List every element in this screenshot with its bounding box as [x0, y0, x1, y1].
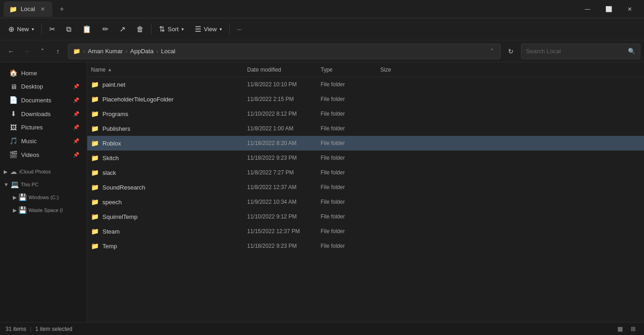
file-name-cell: 📁 Programs: [91, 110, 247, 117]
icloud-label: iCloud Photos: [19, 169, 51, 174]
search-input[interactable]: [526, 48, 625, 55]
folder-icon: 📁: [91, 169, 99, 176]
new-tab-button[interactable]: +: [56, 3, 68, 15]
file-date: 11/10/2022 8:12 PM: [247, 111, 321, 117]
share-button[interactable]: ↗: [115, 22, 130, 36]
file-type: File folder: [321, 111, 380, 117]
table-row[interactable]: 📁 PlaceholderTileLogoFolder 11/8/2022 2:…: [87, 92, 644, 106]
folder-icon: 📁: [91, 81, 99, 88]
breadcrumb-folder-icon: 📁: [73, 48, 80, 55]
sidebar-pictures-label: Pictures: [21, 124, 69, 131]
forward-button[interactable]: →: [19, 44, 34, 59]
tiles-view-button[interactable]: ⊞: [627, 324, 638, 335]
sidebar-item-documents[interactable]: 📄 Documents 📌: [2, 94, 85, 106]
search-icon: 🔍: [628, 48, 635, 55]
windowsc-icon: 💾: [18, 193, 27, 201]
table-row[interactable]: 📁 Skitch 11/18/2022 9:23 PM File folder: [87, 151, 644, 165]
expand-button[interactable]: ˅: [35, 44, 50, 59]
waste-label: Waste Space (I: [28, 207, 63, 213]
thispc-label: This PC: [21, 182, 39, 187]
active-tab[interactable]: 📁 Local ✕: [4, 1, 52, 17]
file-date: 11/15/2022 12:37 PM: [247, 228, 321, 234]
minimize-button[interactable]: —: [577, 2, 598, 17]
file-name: speech: [102, 199, 122, 206]
documents-icon: 📄: [9, 96, 17, 104]
table-row[interactable]: 📁 Publishers 11/8/2022 1:00 AM File fold…: [87, 121, 644, 136]
sidebar-item-videos[interactable]: 🎬 Videos 📌: [2, 148, 85, 161]
sidebar-item-home[interactable]: 🏠 Home: [2, 67, 85, 79]
table-row[interactable]: 📁 Roblox 11/18/2022 8:20 AM File folder: [87, 136, 644, 151]
sidebar-item-desktop[interactable]: 🖥 Desktop 📌: [2, 80, 85, 93]
paste-button[interactable]: 📋: [78, 22, 96, 36]
more-button[interactable]: ···: [232, 23, 247, 35]
column-header-type[interactable]: Type: [321, 67, 380, 73]
details-view-button[interactable]: ▦: [615, 324, 626, 335]
column-header-name[interactable]: Name ▲: [91, 67, 247, 73]
file-name: SquirrelTemp: [102, 213, 138, 220]
file-name: Programs: [102, 111, 128, 117]
breadcrumb-bar[interactable]: 📁 › Aman Kumar › AppData › Local ˅: [68, 44, 501, 59]
sidebar-expand-waste[interactable]: ▶ 💾 Waste Space (I: [0, 204, 87, 217]
breadcrumb-aman-kumar[interactable]: Aman Kumar: [88, 48, 123, 55]
sidebar-home-label: Home: [21, 70, 79, 77]
search-box: 🔍: [521, 44, 640, 59]
rename-icon: ✏: [102, 25, 108, 34]
folder-icon: 📁: [91, 198, 99, 206]
file-date: 11/8/2022 1:00 AM: [247, 125, 321, 132]
breadcrumb-dropdown[interactable]: ˅: [489, 48, 496, 55]
sort-button[interactable]: ⇅ Sort ▾: [154, 22, 188, 36]
file-area: Name ▲ Date modified Type Size 📁 paint.n…: [87, 62, 644, 322]
file-date: 11/18/2022 9:23 PM: [247, 243, 321, 249]
copy-button[interactable]: ⧉: [62, 22, 76, 36]
back-button[interactable]: ←: [4, 44, 18, 59]
file-name: SoundResearch: [102, 184, 145, 191]
file-name-cell: 📁 Temp: [91, 242, 247, 250]
refresh-button[interactable]: ↻: [503, 44, 518, 59]
sidebar-expand-thispc[interactable]: ▼ 💻 This PC: [0, 178, 87, 191]
breadcrumb-local[interactable]: Local: [161, 48, 175, 55]
tab-label: Local: [21, 6, 35, 12]
view-button[interactable]: ☰ View ▾: [190, 22, 226, 36]
delete-button[interactable]: 🗑: [132, 22, 148, 36]
folder-icon: 📁: [91, 125, 99, 132]
selected-count: 1 item selected: [35, 326, 73, 332]
delete-icon: 🗑: [136, 25, 144, 34]
table-row[interactable]: 📁 paint.net 11/8/2022 10:10 PM File fold…: [87, 77, 644, 92]
sidebar-item-music[interactable]: 🎵 Music 📌: [2, 134, 85, 147]
window-controls: — ⬜ ✕: [577, 2, 640, 17]
file-name: PlaceholderTileLogoFolder: [102, 96, 174, 103]
tab-close-button[interactable]: ✕: [39, 5, 47, 13]
table-row[interactable]: 📁 SquirrelTemp 11/10/2022 9:12 PM File f…: [87, 209, 644, 224]
column-header-date[interactable]: Date modified: [247, 67, 321, 73]
table-row[interactable]: 📁 slack 11/8/2022 7:27 PM File folder: [87, 165, 644, 180]
sidebar-downloads-label: Downloads: [21, 111, 69, 117]
table-row[interactable]: 📁 SoundResearch 11/8/2022 12:37 AM File …: [87, 180, 644, 195]
folder-icon: 📁: [91, 213, 99, 220]
file-date: 11/8/2022 2:15 PM: [247, 96, 321, 102]
table-row[interactable]: 📁 Programs 11/10/2022 8:12 PM File folde…: [87, 106, 644, 121]
table-row[interactable]: 📁 Temp 11/18/2022 9:23 PM File folder: [87, 239, 644, 253]
table-row[interactable]: 📁 Steam 11/15/2022 12:37 PM File folder: [87, 224, 644, 239]
maximize-button[interactable]: ⬜: [598, 2, 619, 17]
file-list-header: Name ▲ Date modified Type Size: [87, 62, 644, 77]
breadcrumb-appdata[interactable]: AppData: [130, 48, 154, 55]
rename-button[interactable]: ✏: [98, 22, 113, 36]
close-button[interactable]: ✕: [619, 2, 640, 17]
new-button[interactable]: ⊕ New ▾: [4, 22, 39, 36]
column-header-size[interactable]: Size: [380, 67, 640, 73]
file-name-cell: 📁 Skitch: [91, 154, 247, 162]
file-name: Roblox: [102, 140, 121, 147]
file-type: File folder: [321, 243, 380, 249]
sidebar-item-pictures[interactable]: 🖼 Pictures 📌: [2, 121, 85, 134]
file-type: File folder: [321, 140, 380, 146]
up-button[interactable]: ↑: [51, 44, 65, 59]
cut-button[interactable]: ✂: [45, 22, 60, 36]
file-name-cell: 📁 SoundResearch: [91, 184, 247, 191]
sidebar-expand-windowsc[interactable]: ▶ 💾 Windows (C:): [0, 191, 87, 204]
table-row[interactable]: 📁 speech 11/9/2022 10:34 AM File folder: [87, 195, 644, 209]
file-type: File folder: [321, 199, 380, 205]
sidebar-item-downloads[interactable]: ⬇ Downloads 📌: [2, 107, 85, 120]
sort-icon: ⇅: [159, 25, 165, 34]
sidebar-expand-icloud[interactable]: ▶ ☁ iCloud Photos: [0, 165, 87, 178]
tab-folder-icon: 📁: [9, 6, 17, 13]
